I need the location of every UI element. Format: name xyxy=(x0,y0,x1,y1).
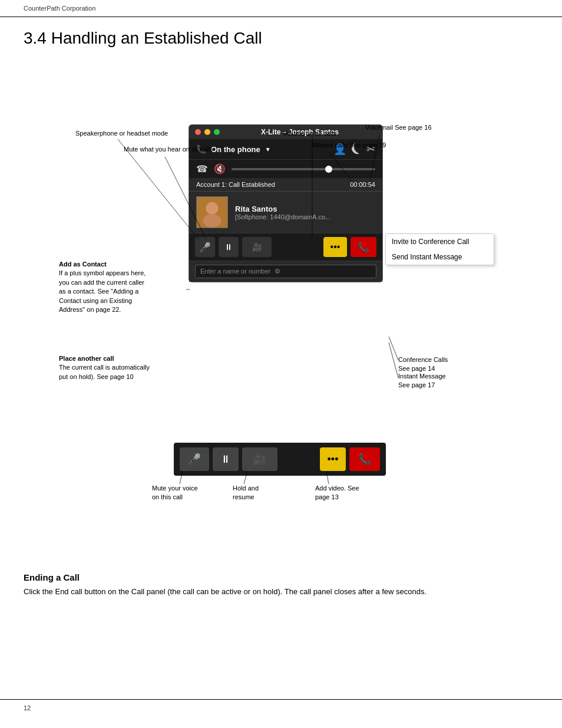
bottom-hold-button[interactable]: ⏸ xyxy=(213,447,239,471)
main-diagram: X-Lite – Joseph Santos 📞 On the phone ▼ … xyxy=(24,65,538,419)
place-call-title: Place another call xyxy=(59,355,114,362)
search-placeholder: Enter a name or number xyxy=(200,268,270,275)
page-title: 3.4 Handling an Established Call xyxy=(24,29,538,48)
annotation-place-call: Place another call The current call is a… xyxy=(59,354,150,381)
svg-point-1 xyxy=(206,202,218,215)
minimize-dot[interactable] xyxy=(204,129,210,135)
invite-conference-item[interactable]: Invite to Conference Call xyxy=(386,234,494,249)
hold-button[interactable]: ⏸ xyxy=(219,237,239,257)
place-call-body: The current call is automatically put on… xyxy=(59,364,150,380)
avatar xyxy=(196,196,228,228)
anno-add-video: Add video. See page 13 xyxy=(315,484,359,502)
search-input[interactable]: Enter a name or number ⚙ xyxy=(195,265,376,278)
page-header: CounterPath Corporation xyxy=(0,0,562,17)
phone-controls: ☎ 🔇 xyxy=(189,160,382,178)
page-content: 3.4 Handling an Established Call X-Lite … xyxy=(0,17,562,633)
dropdown-arrow[interactable]: ▼ xyxy=(265,146,271,153)
annotation-conference: Conference Calls See page 14 xyxy=(398,355,448,374)
call-info-row: Account 1: Call Established 00:00:54 xyxy=(189,178,382,192)
anno-mute-voice: Mute your voice on this call xyxy=(152,484,198,502)
annotation-speakerphone: Speakerphone or headset mode xyxy=(75,129,168,138)
volume-slider[interactable] xyxy=(232,168,375,170)
volume-thumb xyxy=(325,166,332,173)
svg-line-3 xyxy=(118,139,199,239)
annotation-volume: Volume on all calls xyxy=(283,129,336,138)
annotation-missed-calls: Missed calls See page 29 xyxy=(312,141,386,150)
add-contact-body: If a plus symbol appears here, you can a… xyxy=(59,269,146,313)
end-call-button[interactable]: 📞 xyxy=(351,237,376,257)
call-time: 00:00:54 xyxy=(350,181,375,188)
avatar-image xyxy=(197,197,227,228)
bottom-video-button[interactable]: 🎥 xyxy=(242,447,277,471)
caller-phone: [Softphone: 1440@domainA.co... xyxy=(235,213,375,220)
speakerphone-icon[interactable]: ☎ xyxy=(196,163,208,174)
call-buttons: 🎤 ⏸ 🎥 ••• 📞 Invite to Conference Call Se… xyxy=(189,233,382,261)
bottom-diagram: 🎤 ⏸ 🎥 ••• 📞 Mute your voice on this call… xyxy=(24,443,538,537)
svg-line-10 xyxy=(389,342,398,378)
more-dropdown: Invite to Conference Call Send Instant M… xyxy=(385,233,494,265)
bottom-mic-button[interactable]: 🎤 xyxy=(180,447,209,471)
bottom-end-button[interactable]: 📞 xyxy=(349,447,380,471)
bottom-controls: 🎤 ⏸ 🎥 ••• 📞 xyxy=(174,443,386,476)
search-gear-icon[interactable]: ⚙ xyxy=(275,268,280,275)
page-number: 12 xyxy=(24,704,31,711)
anno-hold-resume: Hold and resume xyxy=(233,484,259,502)
annotation-voicemail: Voicemail See page 16 xyxy=(365,123,432,132)
close-dot[interactable] xyxy=(195,129,201,135)
ending-a-call-section: Ending a Call Click the End call button … xyxy=(24,572,538,598)
send-instant-message-item[interactable]: Send Instant Message xyxy=(386,249,494,265)
more-button[interactable]: ••• xyxy=(323,237,347,257)
annotation-instant-message: Instant Message See page 17 xyxy=(398,372,446,390)
svg-point-2 xyxy=(203,214,222,228)
search-row: Enter a name or number ⚙ xyxy=(189,261,382,282)
annotation-mute-all: Mute what you hear on all calls xyxy=(124,145,213,154)
caller-info: Rita Santos [Softphone: 1440@domainA.co.… xyxy=(235,205,375,220)
status-text: On the phone xyxy=(211,145,260,154)
svg-line-9 xyxy=(389,337,398,360)
ending-a-call-body: Click the End call button on the Call pa… xyxy=(24,586,538,598)
mute-all-icon[interactable]: 🔇 xyxy=(214,163,226,174)
caller-detail-row: Rita Santos [Softphone: 1440@domainA.co.… xyxy=(189,192,382,233)
caller-name: Rita Santos xyxy=(235,205,375,213)
ending-a-call-heading: Ending a Call xyxy=(24,572,538,582)
annotation-add-contact: Add as Contact If a plus symbol appears … xyxy=(59,260,146,314)
video-button[interactable]: 🎥 xyxy=(242,237,272,257)
bottom-more-button[interactable]: ••• xyxy=(320,447,346,471)
call-account: Account 1: Call Established xyxy=(196,181,275,188)
add-contact-title: Add as Contact xyxy=(59,261,107,268)
company-name: CounterPath Corporation xyxy=(24,5,95,12)
maximize-dot[interactable] xyxy=(214,129,220,135)
page-footer: 12 xyxy=(0,699,562,716)
mute-button[interactable]: 🎤 xyxy=(195,237,215,257)
